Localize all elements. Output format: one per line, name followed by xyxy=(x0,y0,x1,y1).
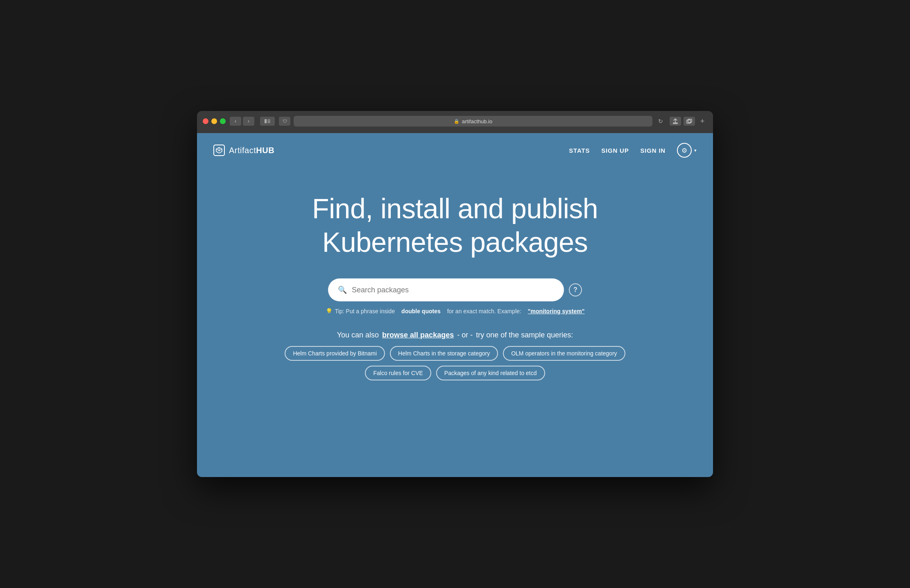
svg-rect-2 xyxy=(267,121,270,122)
help-button[interactable]: ? xyxy=(569,283,582,296)
svg-rect-4 xyxy=(687,120,690,123)
forward-button[interactable]: › xyxy=(243,117,254,126)
nav-buttons: ‹ › xyxy=(230,117,254,126)
maximize-button[interactable] xyxy=(220,118,226,124)
app-nav: ArtifactHUB STATS SIGN UP SIGN IN ⚙ ▾ xyxy=(197,133,713,167)
bulb-icon: 💡 xyxy=(326,308,333,314)
back-button[interactable]: ‹ xyxy=(230,117,241,126)
query-chip-bitnami[interactable]: Helm Charts provided by Bitnami xyxy=(285,346,385,361)
new-tab-button[interactable]: + xyxy=(697,117,707,126)
hero-section: Find, install and publish Kubernetes pac… xyxy=(197,167,713,413)
duplicate-button[interactable] xyxy=(684,117,695,126)
signin-link[interactable]: SIGN IN xyxy=(641,147,666,154)
settings-dropdown-arrow[interactable]: ▾ xyxy=(694,148,697,153)
address-bar[interactable]: 🔒 artifacthub.io xyxy=(294,116,652,127)
query-row-1: Helm Charts provided by Bitnami Helm Cha… xyxy=(285,346,625,361)
stats-link[interactable]: STATS xyxy=(569,147,590,154)
browser-actions: + xyxy=(670,117,707,126)
svg-rect-5 xyxy=(688,119,692,122)
search-input[interactable] xyxy=(352,286,554,294)
browse-all-link[interactable]: browse all packages xyxy=(382,331,454,339)
minimize-button[interactable] xyxy=(211,118,217,124)
address-bar-container: 🛡 🔒 artifacthub.io ↻ xyxy=(279,116,666,127)
shield-icon: 🛡 xyxy=(279,117,290,126)
svg-rect-0 xyxy=(265,119,267,123)
logo-icon xyxy=(213,145,225,156)
svg-rect-1 xyxy=(267,120,270,120)
settings-button[interactable]: ⚙ xyxy=(677,143,692,158)
browse-section: You can also browse all packages - or - … xyxy=(285,331,625,380)
query-row-2: Falco rules for CVE Packages of any kind… xyxy=(365,366,545,380)
browser-content: ArtifactHUB STATS SIGN UP SIGN IN ⚙ ▾ Fi… xyxy=(197,133,713,477)
search-container: 🔍 ? xyxy=(328,278,582,301)
share-button[interactable] xyxy=(670,117,681,126)
sample-queries: Helm Charts provided by Bitnami Helm Cha… xyxy=(285,346,625,380)
sidebar-button[interactable] xyxy=(260,117,275,126)
traffic-lights xyxy=(203,118,226,124)
svg-rect-3 xyxy=(267,122,270,123)
tab-bar xyxy=(203,130,707,133)
lock-icon: 🔒 xyxy=(454,119,460,124)
tip-text: 💡 Tip: Put a phrase inside double quotes… xyxy=(326,308,585,314)
query-chip-falco[interactable]: Falco rules for CVE xyxy=(365,366,431,380)
browser-chrome: ‹ › 🛡 🔒 artifacthub.io ↻ xyxy=(197,111,713,133)
tip-bold: double quotes xyxy=(401,308,441,314)
url-text: artifacthub.io xyxy=(462,118,492,124)
search-icon: 🔍 xyxy=(338,285,347,294)
logo[interactable]: ArtifactHUB xyxy=(213,145,274,156)
browser-top-bar: ‹ › 🛡 🔒 artifacthub.io ↻ xyxy=(203,116,707,127)
settings-group: ⚙ ▾ xyxy=(677,143,697,158)
query-chip-monitoring[interactable]: OLM operators in the monitoring category xyxy=(503,346,625,361)
close-button[interactable] xyxy=(203,118,208,124)
search-bar: 🔍 xyxy=(328,278,564,301)
signup-link[interactable]: SIGN UP xyxy=(601,147,629,154)
query-chip-storage[interactable]: Helm Charts in the storage category xyxy=(390,346,498,361)
example-query-link[interactable]: "monitoring system" xyxy=(528,308,585,314)
browser-window: ‹ › 🛡 🔒 artifacthub.io ↻ xyxy=(197,111,713,477)
browse-line: You can also browse all packages - or - … xyxy=(337,331,573,339)
logo-text: ArtifactHUB xyxy=(229,146,274,155)
hero-title: Find, install and publish Kubernetes pac… xyxy=(312,192,598,259)
nav-links: STATS SIGN UP SIGN IN ⚙ ▾ xyxy=(569,143,697,158)
query-chip-etcd[interactable]: Packages of any kind related to etcd xyxy=(436,366,545,380)
reload-button[interactable]: ↻ xyxy=(656,117,666,126)
